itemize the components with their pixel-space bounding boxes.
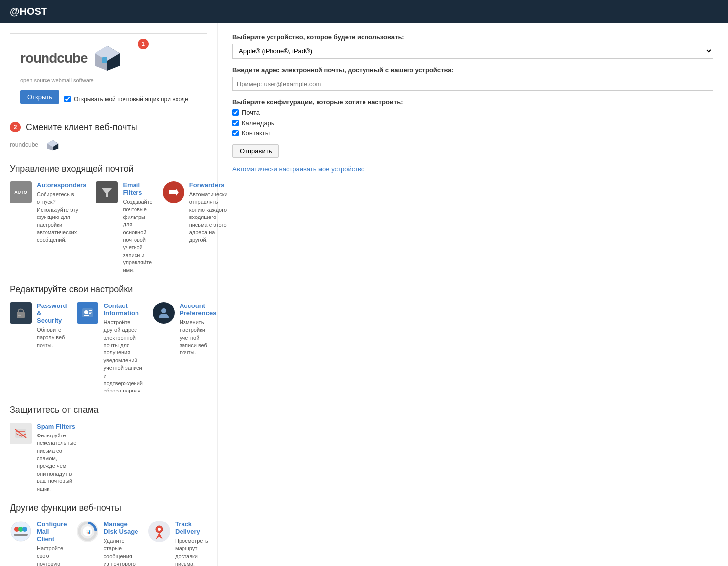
spam-filters-item: Spam Filters Фильтруйте нежелательные пи…: [10, 423, 76, 493]
configure-mail-client-icon: [10, 521, 32, 542]
config-contacts-item: Контакты: [232, 130, 713, 137]
left-panel: roundcube open source webmail software: [0, 23, 218, 566]
configure-mail-client-desc: Настройте свою почтовую учетную запись н…: [37, 545, 67, 566]
email-filters-content: Email Filters Создавайте почтовые фильтр…: [123, 181, 152, 274]
logo-area: roundcube open source webmail software: [10, 33, 207, 114]
svg-point-25: [22, 527, 27, 532]
svg-rect-15: [89, 310, 92, 311]
autoresponders-item: AUTO Autoresponders Собираетесь в отпуск…: [10, 181, 86, 274]
contact-info-content: Contact Information Настройте другой адр…: [103, 302, 143, 395]
forwarders-icon: [163, 181, 184, 203]
other-features-grid: Configure Mail Client Настройте свою поч…: [10, 521, 207, 566]
open-button[interactable]: Открыть: [20, 90, 59, 104]
spam-heading: Защититесь от спама: [10, 405, 207, 415]
track-delivery-desc: Просмотреть маршрут доставки письма.: [175, 537, 208, 566]
contact-info-desc: Настройте другой адрес электронной почты…: [103, 319, 143, 395]
settings-features-grid: *** Password & Security Обновите пароль …: [10, 302, 207, 395]
configure-mail-client-title[interactable]: Configure Mail Client: [37, 521, 67, 543]
svg-rect-16: [89, 312, 92, 313]
email-label: Введите адрес электронной почты, доступн…: [232, 66, 713, 74]
open-inbox-label: Открывать мой почтовый ящик при входе: [74, 96, 188, 103]
spam-filters-desc: Фильтруйте нежелательные письма со спамо…: [37, 432, 76, 493]
autoresponders-desc: Собираетесь в отпуск? Используйте эту фу…: [37, 191, 86, 244]
config-checkboxes: Почта Календарь Контакты: [232, 109, 713, 137]
spam-filters-icon: [10, 423, 32, 444]
svg-point-13: [84, 310, 88, 314]
password-security-item: *** Password & Security Обновите пароль …: [10, 302, 67, 395]
spam-filters-title[interactable]: Spam Filters: [37, 423, 76, 430]
svg-point-18: [161, 308, 166, 313]
password-security-icon: ***: [10, 302, 32, 324]
email-filters-desc: Создавайте почтовые фильтры для основной…: [123, 198, 152, 274]
track-delivery-content: Track Delivery Просмотреть маршрут доста…: [175, 521, 208, 566]
disk-icon-svg: 📊: [77, 521, 98, 542]
mini-roundcube-logo: roundcube: [10, 138, 44, 152]
send-button[interactable]: Отправить: [232, 144, 279, 158]
password-security-desc: Обновите пароль веб-почты.: [37, 326, 67, 349]
password-security-title[interactable]: Password & Security: [37, 302, 67, 324]
track-delivery-icon: [148, 521, 170, 542]
right-panel: Выберите устройство, которое будете испо…: [218, 23, 728, 566]
contact-info-icon: [77, 302, 98, 324]
logo-cube-icon: [92, 44, 122, 73]
autoresponders-icon: AUTO: [10, 181, 32, 203]
config-calendar-item: Календарь: [232, 119, 713, 127]
manage-disk-item: 📊 Manage Disk Usage Удалите старые сообщ…: [77, 521, 138, 566]
config-calendar-checkbox[interactable]: [232, 120, 239, 126]
config-contacts-label: Контакты: [242, 130, 270, 137]
svg-rect-3: [102, 57, 107, 63]
device-label: Выберите устройство, которое будете испо…: [232, 33, 713, 41]
contact-info-item: Contact Information Настройте другой адр…: [77, 302, 143, 395]
spam-features-grid: Spam Filters Фильтруйте нежелательные пи…: [10, 423, 207, 493]
autoresponders-content: Autoresponders Собираетесь в отпуск? Исп…: [37, 181, 86, 244]
spam-icon-svg: [14, 427, 28, 440]
svg-rect-14: [84, 315, 89, 316]
incoming-features-grid: AUTO Autoresponders Собираетесь в отпуск…: [10, 181, 207, 274]
config-label: Выберите конфигурации, которые хотите на…: [232, 98, 713, 106]
email-filters-title[interactable]: Email Filters: [123, 181, 152, 196]
track-delivery-title[interactable]: Track Delivery: [175, 521, 208, 535]
configure-mail-client-item: Configure Mail Client Настройте свою поч…: [10, 521, 67, 566]
logo-text: roundcube: [20, 50, 88, 66]
top-bar: @HOST: [0, 0, 728, 23]
logo-subtitle: open source webmail software: [20, 77, 122, 83]
auto-config-link[interactable]: Автоматически настраивать мое устройство: [232, 165, 364, 173]
svg-text:***: ***: [18, 314, 21, 317]
contact-icon-svg: [81, 306, 94, 320]
svg-text:📊: 📊: [86, 529, 91, 534]
email-filters-item: Email Filters Создавайте почтовые фильтр…: [96, 181, 152, 274]
account-prefs-item: Account Preferences Изменить настройки у…: [153, 302, 216, 395]
svg-marker-8: [102, 188, 112, 197]
mini-cube-icon: [46, 138, 59, 152]
contact-info-title[interactable]: Contact Information: [103, 302, 143, 317]
auto-icon-text: AUTO: [14, 190, 27, 195]
account-prefs-content: Account Preferences Изменить настройки у…: [180, 302, 216, 357]
change-client-section: 2 Смените клиент веб-почты roundcube: [10, 122, 207, 154]
svg-marker-9: [169, 188, 179, 196]
manage-disk-title[interactable]: Manage Disk Usage: [103, 521, 138, 535]
config-contacts-checkbox[interactable]: [232, 130, 239, 136]
config-mail-label: Почта: [242, 109, 260, 116]
incoming-mail-heading: Управление входящей почтой: [10, 164, 207, 174]
autoresponders-title[interactable]: Autoresponders: [37, 181, 86, 189]
account-prefs-icon: [153, 302, 175, 324]
account-icon-svg: [157, 306, 171, 320]
device-select[interactable]: Apple® (iPhone®, iPad®) Android Windows …: [232, 44, 713, 59]
track-delivery-item: Track Delivery Просмотреть маршрут доста…: [148, 521, 208, 566]
site-title: @HOST: [10, 6, 47, 17]
change-client-heading: Смените клиент веб-почты: [26, 122, 137, 132]
email-input[interactable]: [232, 77, 713, 91]
account-prefs-title[interactable]: Account Preferences: [180, 302, 216, 317]
config-calendar-label: Календарь: [242, 119, 274, 127]
spam-filters-content: Spam Filters Фильтруйте нежелательные пи…: [37, 423, 76, 493]
other-heading: Другие функции веб-почты: [10, 503, 207, 513]
password-security-content: Password & Security Обновите пароль веб-…: [37, 302, 67, 349]
account-prefs-desc: Изменить настройки учетной записи веб-по…: [180, 319, 216, 357]
config-mail-checkbox[interactable]: [232, 109, 239, 116]
manage-disk-icon: 📊: [77, 521, 98, 542]
open-inbox-checkbox[interactable]: [64, 96, 71, 102]
track-icon-svg: [148, 521, 170, 542]
svg-text:roundcube: roundcube: [10, 141, 38, 148]
mail-client-icon-svg: [10, 521, 32, 542]
settings-heading: Редактируйте свои настройки: [10, 284, 207, 295]
